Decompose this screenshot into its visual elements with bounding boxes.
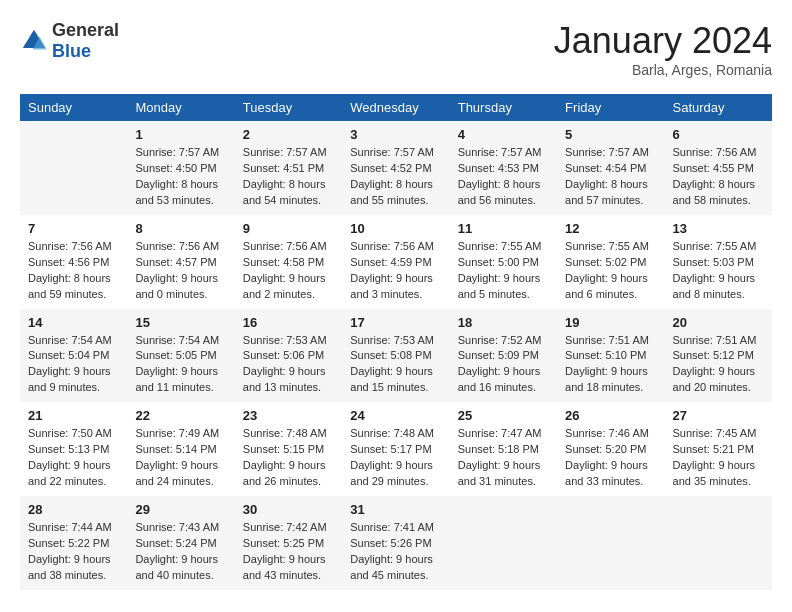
calendar-cell: 27Sunrise: 7:45 AM Sunset: 5:21 PM Dayli… <box>665 402 772 496</box>
calendar-cell: 22Sunrise: 7:49 AM Sunset: 5:14 PM Dayli… <box>127 402 234 496</box>
day-info: Sunrise: 7:56 AM Sunset: 4:57 PM Dayligh… <box>135 239 226 303</box>
calendar-cell <box>450 496 557 590</box>
day-number: 28 <box>28 502 119 517</box>
day-number: 19 <box>565 315 656 330</box>
calendar-cell: 6Sunrise: 7:56 AM Sunset: 4:55 PM Daylig… <box>665 121 772 215</box>
calendar-cell: 19Sunrise: 7:51 AM Sunset: 5:10 PM Dayli… <box>557 309 664 403</box>
day-info: Sunrise: 7:56 AM Sunset: 4:55 PM Dayligh… <box>673 145 764 209</box>
calendar-cell: 17Sunrise: 7:53 AM Sunset: 5:08 PM Dayli… <box>342 309 449 403</box>
logo-blue-text: Blue <box>52 41 119 62</box>
calendar-cell: 28Sunrise: 7:44 AM Sunset: 5:22 PM Dayli… <box>20 496 127 590</box>
page-header: General Blue January 2024 Barla, Arges, … <box>20 20 772 78</box>
logo-general-text: General <box>52 20 119 41</box>
day-info: Sunrise: 7:47 AM Sunset: 5:18 PM Dayligh… <box>458 426 549 490</box>
day-number: 30 <box>243 502 334 517</box>
day-number: 31 <box>350 502 441 517</box>
calendar-cell: 8Sunrise: 7:56 AM Sunset: 4:57 PM Daylig… <box>127 215 234 309</box>
calendar-cell: 2Sunrise: 7:57 AM Sunset: 4:51 PM Daylig… <box>235 121 342 215</box>
calendar-cell: 10Sunrise: 7:56 AM Sunset: 4:59 PM Dayli… <box>342 215 449 309</box>
day-number: 24 <box>350 408 441 423</box>
day-number: 3 <box>350 127 441 142</box>
day-info: Sunrise: 7:50 AM Sunset: 5:13 PM Dayligh… <box>28 426 119 490</box>
calendar-table: SundayMondayTuesdayWednesdayThursdayFrid… <box>20 94 772 590</box>
calendar-cell <box>557 496 664 590</box>
logo: General Blue <box>20 20 119 62</box>
day-info: Sunrise: 7:41 AM Sunset: 5:26 PM Dayligh… <box>350 520 441 584</box>
day-number: 15 <box>135 315 226 330</box>
day-info: Sunrise: 7:57 AM Sunset: 4:53 PM Dayligh… <box>458 145 549 209</box>
day-number: 12 <box>565 221 656 236</box>
calendar-cell: 12Sunrise: 7:55 AM Sunset: 5:02 PM Dayli… <box>557 215 664 309</box>
day-number: 26 <box>565 408 656 423</box>
calendar-cell: 20Sunrise: 7:51 AM Sunset: 5:12 PM Dayli… <box>665 309 772 403</box>
calendar-cell: 30Sunrise: 7:42 AM Sunset: 5:25 PM Dayli… <box>235 496 342 590</box>
day-info: Sunrise: 7:49 AM Sunset: 5:14 PM Dayligh… <box>135 426 226 490</box>
weekday-header: Friday <box>557 94 664 121</box>
day-info: Sunrise: 7:54 AM Sunset: 5:04 PM Dayligh… <box>28 333 119 397</box>
weekday-header: Wednesday <box>342 94 449 121</box>
day-info: Sunrise: 7:57 AM Sunset: 4:50 PM Dayligh… <box>135 145 226 209</box>
day-info: Sunrise: 7:55 AM Sunset: 5:02 PM Dayligh… <box>565 239 656 303</box>
day-info: Sunrise: 7:46 AM Sunset: 5:20 PM Dayligh… <box>565 426 656 490</box>
day-info: Sunrise: 7:54 AM Sunset: 5:05 PM Dayligh… <box>135 333 226 397</box>
day-info: Sunrise: 7:52 AM Sunset: 5:09 PM Dayligh… <box>458 333 549 397</box>
day-number: 25 <box>458 408 549 423</box>
day-info: Sunrise: 7:55 AM Sunset: 5:00 PM Dayligh… <box>458 239 549 303</box>
day-info: Sunrise: 7:56 AM Sunset: 4:58 PM Dayligh… <box>243 239 334 303</box>
day-number: 29 <box>135 502 226 517</box>
calendar-cell: 26Sunrise: 7:46 AM Sunset: 5:20 PM Dayli… <box>557 402 664 496</box>
calendar-week-row: 1Sunrise: 7:57 AM Sunset: 4:50 PM Daylig… <box>20 121 772 215</box>
calendar-cell: 31Sunrise: 7:41 AM Sunset: 5:26 PM Dayli… <box>342 496 449 590</box>
day-number: 7 <box>28 221 119 236</box>
day-info: Sunrise: 7:43 AM Sunset: 5:24 PM Dayligh… <box>135 520 226 584</box>
day-number: 20 <box>673 315 764 330</box>
calendar-cell <box>665 496 772 590</box>
day-number: 22 <box>135 408 226 423</box>
day-info: Sunrise: 7:57 AM Sunset: 4:51 PM Dayligh… <box>243 145 334 209</box>
day-number: 23 <box>243 408 334 423</box>
day-info: Sunrise: 7:56 AM Sunset: 4:56 PM Dayligh… <box>28 239 119 303</box>
calendar-week-row: 7Sunrise: 7:56 AM Sunset: 4:56 PM Daylig… <box>20 215 772 309</box>
calendar-week-row: 28Sunrise: 7:44 AM Sunset: 5:22 PM Dayli… <box>20 496 772 590</box>
day-number: 2 <box>243 127 334 142</box>
weekday-header: Tuesday <box>235 94 342 121</box>
day-number: 9 <box>243 221 334 236</box>
day-number: 27 <box>673 408 764 423</box>
calendar-cell <box>20 121 127 215</box>
calendar-week-row: 21Sunrise: 7:50 AM Sunset: 5:13 PM Dayli… <box>20 402 772 496</box>
day-number: 16 <box>243 315 334 330</box>
calendar-cell: 3Sunrise: 7:57 AM Sunset: 4:52 PM Daylig… <box>342 121 449 215</box>
calendar-cell: 21Sunrise: 7:50 AM Sunset: 5:13 PM Dayli… <box>20 402 127 496</box>
calendar-header-row: SundayMondayTuesdayWednesdayThursdayFrid… <box>20 94 772 121</box>
day-number: 13 <box>673 221 764 236</box>
day-info: Sunrise: 7:45 AM Sunset: 5:21 PM Dayligh… <box>673 426 764 490</box>
calendar-cell: 18Sunrise: 7:52 AM Sunset: 5:09 PM Dayli… <box>450 309 557 403</box>
day-number: 17 <box>350 315 441 330</box>
day-number: 1 <box>135 127 226 142</box>
calendar-cell: 13Sunrise: 7:55 AM Sunset: 5:03 PM Dayli… <box>665 215 772 309</box>
weekday-header: Sunday <box>20 94 127 121</box>
day-info: Sunrise: 7:44 AM Sunset: 5:22 PM Dayligh… <box>28 520 119 584</box>
day-number: 5 <box>565 127 656 142</box>
day-number: 18 <box>458 315 549 330</box>
day-number: 6 <box>673 127 764 142</box>
calendar-cell: 4Sunrise: 7:57 AM Sunset: 4:53 PM Daylig… <box>450 121 557 215</box>
location-subtitle: Barla, Arges, Romania <box>554 62 772 78</box>
calendar-cell: 15Sunrise: 7:54 AM Sunset: 5:05 PM Dayli… <box>127 309 234 403</box>
weekday-header: Thursday <box>450 94 557 121</box>
weekday-header: Monday <box>127 94 234 121</box>
day-info: Sunrise: 7:53 AM Sunset: 5:06 PM Dayligh… <box>243 333 334 397</box>
weekday-header: Saturday <box>665 94 772 121</box>
logo-text: General Blue <box>52 20 119 62</box>
title-block: January 2024 Barla, Arges, Romania <box>554 20 772 78</box>
month-title: January 2024 <box>554 20 772 62</box>
day-number: 4 <box>458 127 549 142</box>
calendar-cell: 16Sunrise: 7:53 AM Sunset: 5:06 PM Dayli… <box>235 309 342 403</box>
calendar-cell: 5Sunrise: 7:57 AM Sunset: 4:54 PM Daylig… <box>557 121 664 215</box>
day-info: Sunrise: 7:53 AM Sunset: 5:08 PM Dayligh… <box>350 333 441 397</box>
calendar-cell: 23Sunrise: 7:48 AM Sunset: 5:15 PM Dayli… <box>235 402 342 496</box>
calendar-cell: 14Sunrise: 7:54 AM Sunset: 5:04 PM Dayli… <box>20 309 127 403</box>
day-number: 21 <box>28 408 119 423</box>
calendar-cell: 29Sunrise: 7:43 AM Sunset: 5:24 PM Dayli… <box>127 496 234 590</box>
calendar-week-row: 14Sunrise: 7:54 AM Sunset: 5:04 PM Dayli… <box>20 309 772 403</box>
